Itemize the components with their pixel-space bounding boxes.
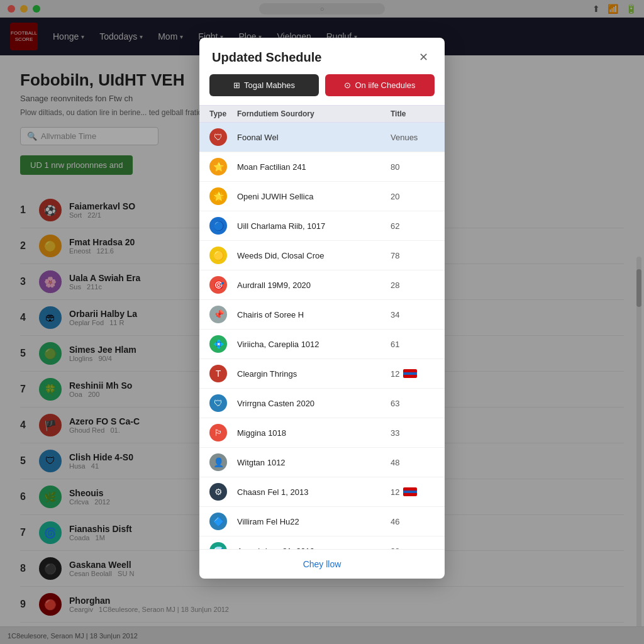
row-title: 12 — [391, 369, 435, 379]
row-type-icon: ⭐ — [209, 158, 227, 175]
online-schedules-button[interactable]: ⊙ On iife Chedules — [325, 74, 435, 96]
row-type-icon: 💠 — [209, 335, 227, 353]
modal-table-row[interactable]: 🔵 Uill Charlama Riib, 1017 62 — [199, 211, 445, 241]
modal-table-row[interactable]: T Cleargin Thrings 12 — [199, 359, 445, 389]
flag-icon — [403, 369, 417, 378]
row-type-icon: 🏳 — [209, 424, 227, 441]
modal-dialog: Updated Schedule ✕ ⊞ Togal Mabhes ⊙ On i… — [199, 38, 445, 579]
modal-table-row[interactable]: 🏳 Miggina 1018 33 — [199, 418, 445, 448]
modal-header: Updated Schedule ✕ — [199, 38, 445, 74]
row-title: 12 — [391, 487, 435, 497]
modal-table-row[interactable]: 🛡 Vrirrgna Casten 2020 63 — [199, 389, 445, 418]
row-type-icon: 🔵 — [209, 217, 227, 235]
modal-table-row[interactable]: 🌟 Openi JUWIH Sellica 20 — [199, 182, 445, 211]
row-source: Witgtan 1012 — [237, 458, 391, 467]
row-title: Venues — [391, 133, 435, 142]
col-source: Forndutiem Sourdory — [237, 109, 391, 118]
row-type-icon: 🔷 — [209, 513, 227, 530]
modal-title: Updated Schedule — [212, 50, 321, 65]
row-title: 28 — [391, 280, 435, 290]
modal-table-row[interactable]: 🛡 Foonal Wel Venues — [199, 123, 445, 152]
grid-icon: ⊞ — [233, 80, 240, 90]
modal-table-row[interactable]: 👤 Witgtan 1012 48 — [199, 448, 445, 477]
row-source: Foonal Wel — [237, 133, 391, 142]
row-source: Chaasn Fel 1, 2013 — [237, 487, 391, 497]
col-type: Type — [209, 109, 237, 118]
row-source: Vrirrgna Casten 2020 — [237, 399, 391, 408]
row-title: 46 — [391, 517, 435, 526]
toggle-matches-button[interactable]: ⊞ Togal Mabhes — [209, 74, 319, 96]
row-type-icon: 🛡 — [209, 128, 227, 146]
row-source: Uill Charlama Riib, 1017 — [237, 221, 391, 231]
row-title: 80 — [391, 162, 435, 172]
row-title: 62 — [391, 221, 435, 231]
modal-table-row[interactable]: 🎯 Aurdrall 19M9, 2020 28 — [199, 270, 445, 300]
row-title: 61 — [391, 340, 435, 349]
row-title: 48 — [391, 458, 435, 467]
modal-table-row[interactable]: ⭐ Moan Factilian 241 80 — [199, 152, 445, 182]
row-title: 63 — [391, 399, 435, 408]
table-header: Type Forndutiem Sourdory Title — [199, 105, 445, 123]
row-type-icon: 👤 — [209, 453, 227, 471]
modal-table-row[interactable]: 🟡 Weeds Did, Closal Croe 78 — [199, 241, 445, 270]
col-title: Title — [391, 109, 435, 118]
flag-icon — [403, 487, 417, 496]
row-type-icon: T — [209, 365, 227, 382]
row-type-icon: 🛡 — [209, 394, 227, 412]
row-type-icon: 📌 — [209, 306, 227, 323]
row-type-icon: 💎 — [209, 542, 227, 549]
row-title: 78 — [391, 251, 435, 260]
row-type-icon: 🌟 — [209, 187, 227, 205]
row-source: Viriicha, Careplia 1012 — [237, 340, 391, 349]
row-source: Openi JUWIH Sellica — [237, 192, 391, 201]
row-title: 20 — [391, 192, 435, 201]
row-source: Villiram Fel Hu22 — [237, 517, 391, 526]
modal-table-row[interactable]: 💠 Viriicha, Careplia 1012 61 — [199, 330, 445, 359]
modal-overlay: Updated Schedule ✕ ⊞ Togal Mabhes ⊙ On i… — [0, 0, 644, 644]
row-source: Cleargin Thrings — [237, 369, 391, 379]
row-title: 33 — [391, 428, 435, 438]
row-source: Moan Factilian 241 — [237, 162, 391, 172]
row-source: Miggina 1018 — [237, 428, 391, 438]
row-title: 34 — [391, 310, 435, 319]
modal-footer: Chey llow — [199, 549, 445, 579]
row-type-icon: 🟡 — [209, 247, 227, 264]
modal-table-row[interactable]: 🔷 Villiram Fel Hu22 46 — [199, 507, 445, 536]
row-type-icon: 🎯 — [209, 276, 227, 294]
footer-link[interactable]: Chey llow — [303, 559, 341, 569]
modal-close-button[interactable]: ✕ — [415, 49, 432, 65]
modal-table-row[interactable]: 💎 Ane sirdsen 81, 2019 28 — [199, 536, 445, 549]
modal-table-row[interactable]: ⚙ Chaasn Fel 1, 2013 12 — [199, 477, 445, 507]
row-source: Aurdrall 19M9, 2020 — [237, 280, 391, 290]
modal-table-body: 🛡 Foonal Wel Venues ⭐ Moan Factilian 241… — [199, 123, 445, 549]
row-source: Weeds Did, Closal Croe — [237, 251, 391, 260]
modal-table-row[interactable]: 📌 Chairis of Soree H 34 — [199, 300, 445, 330]
modal-action-buttons: ⊞ Togal Mabhes ⊙ On iife Chedules — [199, 74, 445, 105]
circle-icon: ⊙ — [344, 80, 351, 90]
row-source: Chairis of Soree H — [237, 310, 391, 319]
row-type-icon: ⚙ — [209, 483, 227, 501]
